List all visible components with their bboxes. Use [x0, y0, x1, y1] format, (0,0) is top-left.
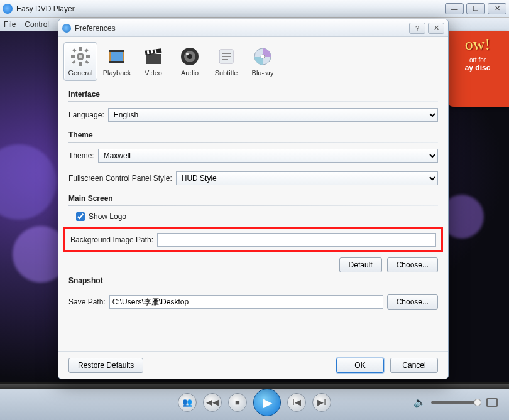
timeline[interactable] — [0, 384, 509, 389]
section-mainscreen: Main Screen — [68, 194, 438, 203]
svg-rect-5 — [72, 48, 76, 52]
tab-label: Video — [145, 69, 162, 77]
bg-path-input[interactable] — [157, 233, 436, 247]
gear-icon — [70, 46, 90, 67]
promo-text-3: ay disc — [450, 63, 505, 72]
subtitle-icon — [216, 46, 236, 67]
menu-file[interactable]: File — [4, 20, 16, 29]
player-titlebar: Easy DVD Player — ☐ ✕ — [0, 0, 509, 18]
player-control-bar: 👥 ◀◀ ■ ▶ I◀ ▶I 🔈 — [0, 384, 509, 420]
theme-label: Theme: — [68, 151, 94, 160]
step-fwd-button[interactable]: ▶I — [312, 393, 331, 412]
language-select[interactable]: English — [108, 108, 438, 122]
svg-rect-1 — [79, 47, 82, 51]
fullscreen-style-label: Fullscreen Control Panel Style: — [68, 174, 172, 183]
tab-strip: General Playback Video Audio — [58, 37, 448, 81]
close-button[interactable]: ✕ — [488, 3, 506, 14]
dialog-title: Preferences — [75, 24, 116, 33]
tab-audio[interactable]: Audio — [173, 42, 207, 81]
svg-rect-7 — [84, 48, 88, 52]
cancel-button[interactable]: Cancel — [390, 358, 438, 373]
prev-button[interactable]: ◀◀ — [203, 393, 222, 412]
svg-rect-3 — [71, 55, 75, 58]
film-icon — [107, 46, 127, 67]
fullscreen-button[interactable] — [486, 398, 498, 407]
promo-ribbon[interactable]: ow! ort for ay disc — [446, 31, 509, 107]
svg-rect-2 — [79, 62, 82, 66]
play-button[interactable]: ▶ — [253, 389, 281, 416]
disc-icon — [253, 46, 273, 67]
section-interface: Interface — [68, 90, 438, 99]
bg-path-label: Background Image Path: — [70, 235, 153, 244]
svg-rect-4 — [86, 55, 90, 58]
svg-rect-12 — [109, 50, 124, 52]
volume-slider[interactable] — [431, 401, 481, 404]
section-theme: Theme — [68, 131, 438, 139]
save-path-label: Save Path: — [68, 298, 106, 306]
section-snapshot: Snapshot — [68, 276, 438, 285]
svg-rect-8 — [72, 60, 75, 64]
save-path-input[interactable] — [109, 295, 383, 309]
tab-bluray[interactable]: Blu-ray — [246, 42, 280, 81]
minimize-button[interactable]: — — [445, 3, 464, 14]
promo-text-1: ow! — [450, 36, 505, 53]
people-button[interactable]: 👥 — [178, 393, 197, 412]
svg-point-9 — [79, 55, 82, 58]
svg-rect-13 — [109, 61, 124, 63]
stop-button[interactable]: ■ — [228, 393, 247, 412]
svg-point-22 — [186, 53, 189, 55]
dialog-titlebar: Preferences ? ✕ — [58, 19, 448, 37]
tab-label: Audio — [181, 69, 199, 77]
help-button[interactable]: ? — [409, 23, 425, 34]
promo-text-2: ort for — [450, 57, 505, 63]
app-icon — [3, 4, 13, 14]
ok-button[interactable]: OK — [336, 358, 384, 373]
bg-default-button[interactable]: Default — [339, 257, 382, 272]
svg-rect-6 — [85, 60, 89, 64]
step-back-button[interactable]: I◀ — [287, 393, 306, 412]
snapshot-choose-button[interactable]: Choose... — [387, 294, 438, 310]
svg-rect-11 — [111, 52, 123, 61]
show-logo-label: Show Logo — [89, 212, 126, 221]
theme-select[interactable]: Maxwell — [98, 149, 438, 163]
dialog-icon — [62, 24, 71, 33]
tab-video[interactable]: Video — [136, 42, 170, 81]
tab-label: Subtitle — [215, 69, 238, 77]
restore-defaults-button[interactable]: Restore Defaults — [68, 358, 143, 373]
player-window: Easy DVD Player — ☐ ✕ File Control ow! o… — [0, 0, 509, 420]
maximize-button[interactable]: ☐ — [466, 3, 485, 14]
show-logo-checkbox[interactable] — [76, 212, 85, 221]
tab-playback[interactable]: Playback — [100, 42, 134, 81]
dialog-footer: Restore Defaults OK Cancel — [58, 351, 448, 379]
tab-general[interactable]: General — [63, 42, 97, 81]
svg-rect-14 — [146, 54, 161, 64]
volume-icon[interactable]: 🔈 — [413, 396, 426, 408]
preferences-dialog: Preferences ? ✕ General Playback — [58, 19, 449, 379]
tab-label: General — [68, 69, 92, 77]
language-label: Language: — [68, 110, 104, 119]
tab-label: Blu-ray — [252, 69, 274, 77]
dialog-close-button[interactable]: ✕ — [428, 23, 444, 34]
app-title: Easy DVD Player — [16, 4, 75, 13]
clapboard-icon — [143, 46, 163, 67]
bg-choose-button[interactable]: Choose... — [387, 257, 438, 272]
menu-control[interactable]: Control — [25, 20, 49, 29]
tab-label: Playback — [103, 69, 131, 77]
preferences-panel: Interface Language: English Theme Theme:… — [58, 81, 448, 351]
fullscreen-style-select[interactable]: HUD Style — [176, 171, 438, 185]
speaker-icon — [180, 46, 200, 67]
svg-point-29 — [261, 55, 265, 58]
tab-subtitle[interactable]: Subtitle — [209, 42, 243, 81]
bg-path-highlight: Background Image Path: — [63, 227, 443, 252]
